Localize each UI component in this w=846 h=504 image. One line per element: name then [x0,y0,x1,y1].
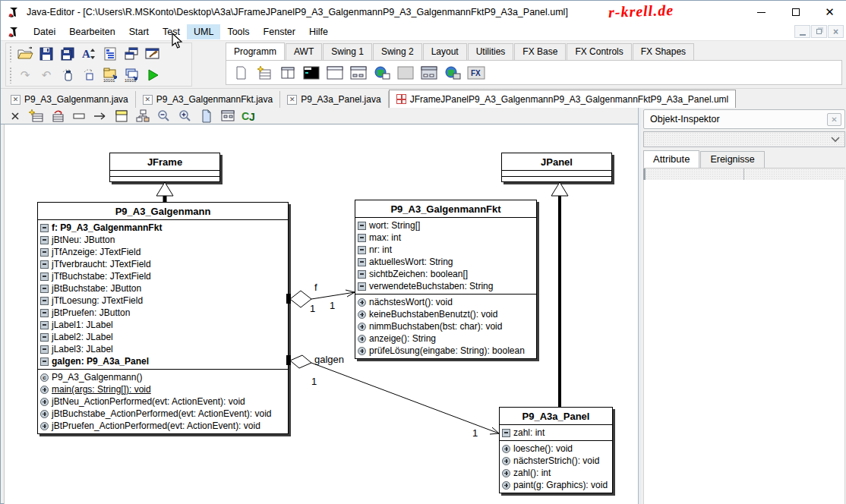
menu-start[interactable]: Start [122,24,156,39]
uml-diagram-canvas[interactable]: JFrame JPanel P9_A3_Galgenmann f: P9_A3_… [4,124,638,504]
save-all-button[interactable] [57,44,78,64]
class-method[interactable]: nächsterStrich(): void [500,455,612,467]
class-attribute[interactable]: galgen: P9_A3a_Panel [38,355,288,367]
class-attribute[interactable]: zahl: int [500,427,612,439]
class-method[interactable]: prüfeLösung(eingabe: String): boolean [355,345,536,357]
class-attribute[interactable]: jLabel2: JLabel [38,331,288,343]
uml-open-class-button[interactable] [49,109,66,123]
toolbar-grip[interactable] [9,67,13,83]
dialog-button[interactable] [349,64,368,82]
maximize-button[interactable] [778,1,813,24]
cascade-windows-button[interactable] [121,44,142,64]
file-tab-uml-active[interactable]: JFrameJPanelP9_A3_GalgenmannP9_A3_Galgen… [389,90,737,108]
font-size-button[interactable]: A [78,44,99,64]
class-attribute[interactable]: jTfLoesung: JTextField [38,295,288,307]
zoom-out-button[interactable] [156,109,172,123]
class-method[interactable]: keineBuchstabenBenutzt(): void [355,308,536,320]
tab-ereignisse[interactable]: Ereignisse [700,151,764,168]
class-attribute[interactable]: aktuellesWort: String [355,256,536,268]
file-tab-panel[interactable]: ✕ P9_A3a_Panel.java [280,91,388,108]
close-button[interactable]: ✕ [813,1,846,24]
palette-tab-programm[interactable]: Programm [226,43,285,60]
uml-class-galgenmann[interactable]: P9_A3_Galgenmann f: P9_A3_GalgenmannFktj… [37,202,289,434]
uml-new-diagram-button[interactable] [198,109,215,123]
uml-hierarchy-button[interactable] [134,109,151,123]
run-button[interactable] [142,65,163,85]
class-attribute[interactable]: f: P9_A3_GalgenmannFkt [38,222,288,234]
toolbar-grip[interactable] [9,46,13,62]
frame-button[interactable] [325,64,345,82]
uml-class-galgenmannfkt[interactable]: P9_A3_GalgenmannFkt wort: String[]max: i… [355,200,537,359]
mdi-restore-button[interactable] [811,25,827,38]
jar-options-button[interactable] [78,65,99,85]
class-method[interactable]: anzeige(): String [355,332,536,345]
tab-close-icon[interactable]: ✕ [11,95,21,105]
class-method[interactable]: jBtPruefen_ActionPerformed(evt: ActionEv… [38,420,288,432]
class-attribute[interactable]: sichtbZeichen: boolean[] [355,268,536,280]
mdi-close-button[interactable]: × [828,25,844,38]
jar-button[interactable] [57,65,78,85]
uml-new-class-button[interactable] [28,109,45,123]
zoom-in-button[interactable] [177,109,194,123]
file-tab-galgenmannfkt[interactable]: ✕ P9_A3_GalgenmannFkt.java [136,91,280,108]
uml-comment-button[interactable] [71,109,87,123]
class-method[interactable]: nimmBuchstaben(bst: char): void [355,320,536,332]
class-method[interactable]: jBtNeu_ActionPerformed(evt: ActionEvent)… [38,395,288,408]
inspector-close-icon[interactable]: ✕ [827,113,841,126]
console-button[interactable] [301,64,321,82]
class-method[interactable]: loesche(): void [500,443,612,455]
tab-close-icon[interactable]: ✕ [287,95,297,105]
panel-button[interactable] [396,64,415,82]
class-attribute[interactable]: jBtPruefen: JButton [38,307,288,319]
class-attribute[interactable]: max: int [355,232,536,244]
file-tab-galgenmann[interactable]: ✕ P9_A3_Galgenmann.java [4,91,136,108]
compile-all-button[interactable]: 10101 [121,65,142,85]
uml-association-button[interactable] [92,109,109,123]
class-attribute[interactable]: wort: String[] [355,219,536,232]
inspector-grid-body[interactable] [643,180,845,504]
open-file-button[interactable] [14,44,36,64]
palette-tab-awt[interactable]: AWT [286,43,322,60]
class-attribute[interactable]: jBtBuchstabe: JButton [38,282,288,295]
splitpane-button[interactable] [278,64,298,82]
class-attribute[interactable]: jLabel3: JLabel [38,343,288,355]
new-form-button[interactable] [254,64,274,82]
class-attribute[interactable]: jBtNeu: JButton [38,234,288,246]
inspector-object-combobox[interactable] [643,131,845,147]
palette-tab-layout[interactable]: Layout [423,43,467,60]
applet2-button[interactable] [443,64,462,82]
uml-class-jframe[interactable]: JFrame [109,153,220,182]
menu-uml[interactable]: UML [187,24,220,39]
tab-attribute[interactable]: Attribute [643,150,699,168]
uml-close-button[interactable] [7,109,24,123]
refresh-java-button[interactable]: CJ [241,109,257,123]
class-attribute[interactable]: verwendeteBuchstaben: String [355,280,536,292]
class-attribute[interactable]: jTfBuchstabe: JTextField [38,270,288,282]
mdi-minimize-button[interactable] [794,25,810,38]
palette-tab-fxshapes[interactable]: FX Shapes [633,43,694,60]
uml-class-panel[interactable]: P9_A3a_Panel zahl: int loesche(): voidnä… [499,407,613,493]
api-browser-button[interactable] [142,44,163,64]
tab-close-icon[interactable]: ✕ [143,95,153,105]
menu-tools[interactable]: Tools [220,24,256,39]
class-attribute[interactable]: jTfverbraucht: JTextField [38,258,288,270]
new-class-file-button[interactable] [231,64,251,82]
save-button[interactable] [36,44,57,64]
menu-bearbeiten[interactable]: Bearbeiten [62,24,122,39]
dialog2-button[interactable] [419,64,439,82]
minimize-button[interactable] [744,1,778,24]
class-method[interactable]: main(args: String[]): void [38,383,288,395]
class-method[interactable]: nächstesWort(): void [355,296,536,308]
fx-application-button[interactable]: FX [466,64,486,82]
applet-button[interactable] [372,64,392,82]
class-attribute[interactable]: nr: int [355,244,536,256]
menu-datei[interactable]: Datei [27,24,62,39]
uml-class-jpanel[interactable]: JPanel [501,153,612,182]
class-method[interactable]: jBtBuchstabe_ActionPerformed(evt: Action… [38,408,288,420]
palette-tab-utilities[interactable]: Utilities [468,43,514,60]
structure-button[interactable] [99,44,121,64]
palette-tab-fxbase[interactable]: FX Base [514,43,566,60]
undo-button[interactable]: ↶ [36,65,57,85]
inspector-title-bar[interactable]: Objekt-Inspektor ✕ [643,109,845,129]
redo-button[interactable]: ↷ [14,65,36,85]
